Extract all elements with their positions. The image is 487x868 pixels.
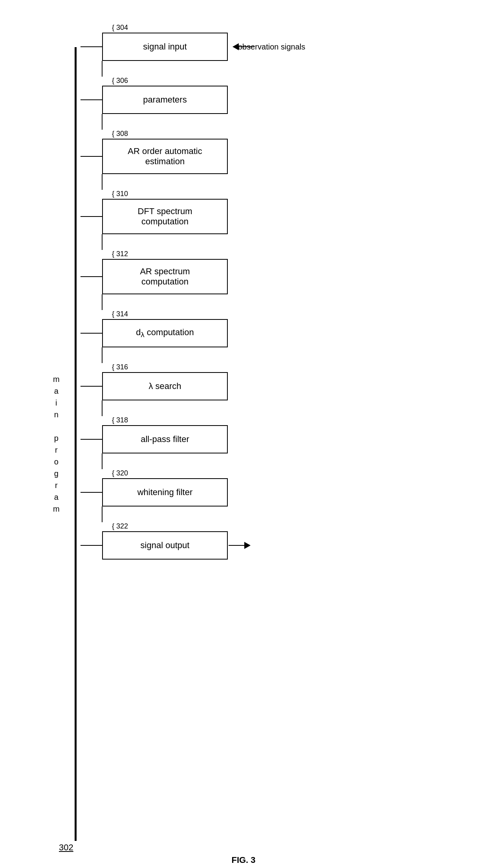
vc-7 bbox=[102, 400, 103, 416]
block-308: AR order automaticestimation bbox=[102, 139, 228, 174]
row-312: AR spectrumcomputation bbox=[81, 259, 228, 294]
row-308: AR order automaticestimation bbox=[81, 139, 228, 174]
ref-320: { 320 bbox=[112, 469, 128, 477]
connector-304 bbox=[81, 46, 102, 47]
block-304-label: signal input bbox=[143, 42, 187, 52]
block-304: signal input bbox=[102, 33, 228, 61]
block-wrapper-314: { 314 dλ computation bbox=[81, 310, 228, 347]
connector-308 bbox=[81, 156, 102, 157]
ref-322: { 322 bbox=[112, 522, 128, 530]
block-316: λ search bbox=[102, 372, 228, 400]
main-program-container: m a i n p r o g r a m 302 bbox=[75, 47, 77, 841]
main-program-label: m a i n p r o g r a m bbox=[53, 373, 60, 515]
diagram-outer: m a i n p r o g r a m 302 { 304 signal bbox=[75, 16, 412, 841]
ref-316: { 316 bbox=[112, 363, 128, 371]
vc-3 bbox=[102, 174, 103, 190]
main-program-number: 302 bbox=[59, 842, 73, 853]
row-310: DFT spectrumcomputation bbox=[81, 199, 228, 234]
block-306-label: parameters bbox=[143, 95, 187, 105]
vc-8 bbox=[102, 453, 103, 469]
block-wrapper-316: { 316 λ search bbox=[81, 363, 228, 400]
block-wrapper-320: { 320 whitening filter bbox=[81, 469, 228, 506]
block-310-label: DFT spectrumcomputation bbox=[138, 206, 192, 227]
block-322-label: signal output bbox=[141, 540, 190, 551]
connector-316 bbox=[81, 386, 102, 387]
row-322: signal output bbox=[81, 531, 228, 560]
block-306: parameters bbox=[102, 86, 228, 114]
block-wrapper-322: { 322 signal output bbox=[81, 522, 228, 560]
block-wrapper-310: { 310 DFT spectrumcomputation bbox=[81, 190, 228, 234]
ref-306: { 306 bbox=[112, 77, 128, 85]
row-316: λ search bbox=[81, 372, 228, 400]
block-320: whitening filter bbox=[102, 478, 228, 506]
vc-5 bbox=[102, 294, 103, 310]
block-318-label: all-pass filter bbox=[141, 434, 189, 444]
vc-2 bbox=[102, 114, 103, 130]
row-320: whitening filter bbox=[81, 478, 228, 506]
connector-320 bbox=[81, 492, 102, 493]
block-wrapper-304: { 304 signal input observation signals bbox=[81, 24, 305, 61]
ref-314: { 314 bbox=[112, 310, 128, 318]
fig-label: FIG. 3 bbox=[231, 855, 255, 865]
vc-6 bbox=[102, 347, 103, 363]
connector-312 bbox=[81, 276, 102, 277]
connector-306 bbox=[81, 99, 102, 100]
block-wrapper-308: { 308 AR order automaticestimation bbox=[81, 130, 228, 174]
connector-314 bbox=[81, 333, 102, 334]
vc-9 bbox=[102, 506, 103, 522]
block-312-label: AR spectrumcomputation bbox=[140, 266, 190, 287]
block-wrapper-306: { 306 parameters bbox=[81, 77, 228, 114]
vc-4 bbox=[102, 234, 103, 250]
block-wrapper-312: { 312 AR spectrumcomputation bbox=[81, 250, 228, 294]
connector-322 bbox=[81, 545, 102, 546]
vc-1 bbox=[102, 61, 103, 77]
block-316-label: λ search bbox=[148, 381, 181, 391]
blocks-column: { 304 signal input observation signals bbox=[81, 24, 305, 841]
row-306: parameters bbox=[81, 86, 228, 114]
main-program-bar bbox=[75, 47, 77, 841]
arrow-in-304 bbox=[233, 43, 254, 50]
ref-304: { 304 bbox=[112, 24, 128, 32]
block-318: all-pass filter bbox=[102, 425, 228, 453]
ref-310: { 310 bbox=[112, 190, 128, 198]
ref-308: { 308 bbox=[112, 130, 128, 138]
block-314-label: dλ computation bbox=[136, 327, 194, 339]
block-wrapper-318: { 318 all-pass filter bbox=[81, 416, 228, 453]
ref-318: { 318 bbox=[112, 416, 128, 424]
block-308-label: AR order automaticestimation bbox=[128, 146, 202, 167]
ref-312: { 312 bbox=[112, 250, 128, 258]
row-314: dλ computation bbox=[81, 319, 228, 347]
block-320-label: whitening filter bbox=[137, 487, 193, 497]
connector-318 bbox=[81, 439, 102, 440]
row-304: signal input observation signals bbox=[81, 33, 305, 61]
connector-310 bbox=[81, 216, 102, 217]
block-322: signal output bbox=[102, 531, 228, 560]
row-318: all-pass filter bbox=[81, 425, 228, 453]
arrow-out-322 bbox=[229, 542, 251, 549]
block-310: DFT spectrumcomputation bbox=[102, 199, 228, 234]
block-312: AR spectrumcomputation bbox=[102, 259, 228, 294]
block-314: dλ computation bbox=[102, 319, 228, 347]
